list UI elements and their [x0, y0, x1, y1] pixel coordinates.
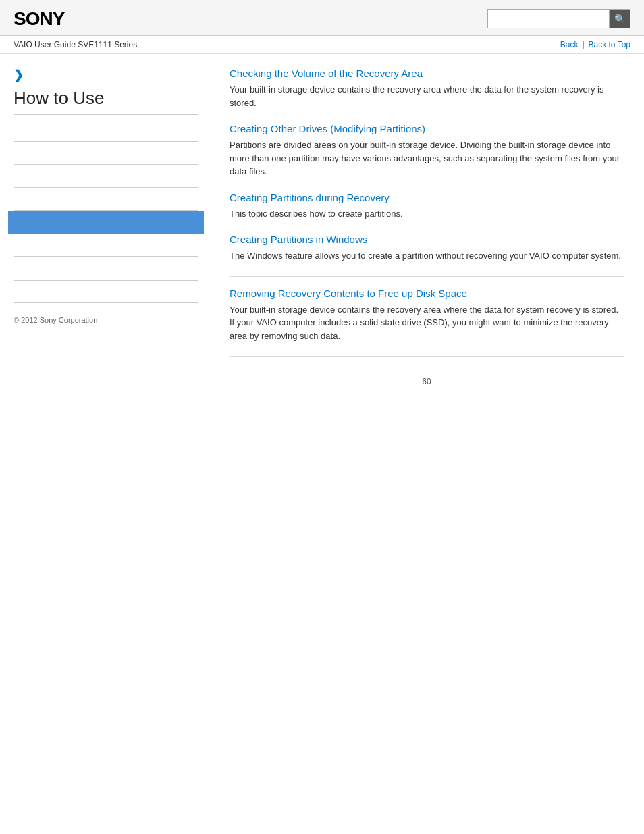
back-link[interactable]: Back [560, 40, 579, 49]
sidebar-nav-item[interactable] [14, 234, 198, 257]
sidebar-nav-item[interactable] [14, 165, 198, 188]
content-bottom-divider [230, 356, 624, 357]
section-title-creating-partitions-recovery[interactable]: Creating Partitions during Recovery [230, 192, 624, 203]
sony-logo: SONY [14, 8, 64, 30]
sidebar-nav-item-active[interactable] [8, 211, 204, 234]
sidebar-copyright: © 2012 Sony Corporation [14, 316, 198, 324]
content-area: Checking the Volume of the Recovery Area… [209, 54, 644, 420]
guide-label: VAIO User Guide SVE1111 Series [14, 40, 137, 49]
page-number: 60 [230, 377, 624, 400]
section-body-creating-partitions-recovery: This topic describes how to create parti… [230, 207, 624, 221]
nav-separator: | [582, 40, 584, 49]
section-title-creating-partitions-windows[interactable]: Creating Partitions in Windows [230, 234, 624, 245]
section-body-removing-recovery: Your built-in storage device contains th… [230, 303, 624, 343]
sidebar-nav-item[interactable] [14, 119, 198, 142]
section-body-creating-partitions-windows: The Windows feature allows you to create… [230, 249, 624, 263]
search-icon: 🔍 [614, 14, 626, 24]
content-section-removing-recovery: Removing Recovery Contents to Free up Di… [230, 288, 624, 343]
sidebar-title: How to Use [14, 88, 198, 115]
sidebar-nav-item[interactable] [14, 188, 198, 211]
back-to-top-link[interactable]: Back to Top [589, 40, 630, 49]
sidebar-chevron[interactable]: ❯ [14, 68, 198, 82]
search-container: 🔍 [487, 9, 630, 28]
sidebar-bottom-item[interactable] [14, 259, 198, 281]
section-title-removing-recovery[interactable]: Removing Recovery Contents to Free up Di… [230, 288, 624, 299]
nav-bar: VAIO User Guide SVE1111 Series Back | Ba… [0, 36, 644, 54]
content-section-creating-partitions-recovery: Creating Partitions during Recovery This… [230, 192, 624, 221]
sidebar-bottom-item[interactable] [14, 281, 198, 303]
content-section-checking-volume: Checking the Volume of the Recovery Area… [230, 68, 624, 109]
section-title-creating-other-drives[interactable]: Creating Other Drives (Modifying Partiti… [230, 123, 624, 134]
sidebar: ❯ How to Use © 2012 Sony Corporation [0, 54, 209, 420]
content-section-creating-partitions-windows: Creating Partitions in Windows The Windo… [230, 234, 624, 263]
nav-links: Back | Back to Top [560, 40, 630, 49]
sidebar-nav-items [14, 119, 198, 257]
content-divider [230, 276, 624, 277]
content-section-creating-other-drives: Creating Other Drives (Modifying Partiti… [230, 123, 624, 178]
main-container: ❯ How to Use © 2012 Sony Corporation Che… [0, 54, 644, 420]
section-body-creating-other-drives: Partitions are divided areas on your bui… [230, 138, 624, 178]
sidebar-bottom-items [14, 259, 198, 303]
sidebar-nav-item[interactable] [14, 142, 198, 165]
header: SONY 🔍 [0, 0, 644, 36]
section-title-checking-volume[interactable]: Checking the Volume of the Recovery Area [230, 68, 624, 79]
search-button[interactable]: 🔍 [609, 9, 630, 28]
search-input[interactable] [487, 9, 609, 28]
section-body-checking-volume: Your built-in storage device contains th… [230, 83, 624, 109]
